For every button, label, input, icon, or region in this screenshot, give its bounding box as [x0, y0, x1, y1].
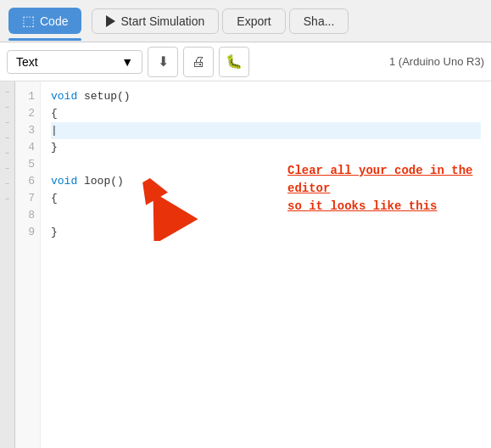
- port-1: ~: [0, 100, 14, 115]
- port-4: ~: [0, 146, 14, 161]
- top-bar: ⬚ Code Start Simulation Export Sha...: [0, 0, 491, 42]
- annotation-text: Clear all your code in the editorso it l…: [287, 162, 474, 216]
- mode-select[interactable]: Text ▼: [7, 50, 142, 74]
- download-icon: ⬇: [158, 53, 169, 70]
- port-strip: ~ ~ ~ ~ ~ ~ ~ ~: [0, 81, 15, 448]
- port-3: ~: [0, 131, 14, 146]
- code-tab[interactable]: ⬚ Code: [8, 8, 81, 34]
- line-num-6: 6: [28, 173, 35, 190]
- print-button[interactable]: 🖨: [183, 47, 214, 77]
- start-simulation-label: Start Simulation: [120, 14, 204, 28]
- start-simulation-button[interactable]: Start Simulation: [92, 8, 219, 34]
- line-num-9: 9: [28, 224, 35, 241]
- line-num-5: 5: [28, 156, 35, 173]
- line-num-2: 2: [28, 105, 35, 122]
- code-line-3: |: [51, 122, 481, 139]
- port-0: ~: [0, 85, 14, 100]
- share-label: Sha...: [304, 14, 335, 28]
- export-label: Export: [237, 14, 271, 28]
- play-icon: [106, 15, 115, 27]
- code-line-4: }: [51, 139, 481, 156]
- line-numbers: 1 2 3 4 5 6 7 8 9: [15, 81, 41, 448]
- port-5: ~: [0, 161, 14, 176]
- chevron-down-icon: ▼: [121, 55, 133, 69]
- bug-icon: 🐛: [226, 53, 243, 70]
- toolbar: Text ▼ ⬇ 🖨 🐛 1 (Arduino Uno R3): [0, 42, 491, 81]
- port-2: ~: [0, 115, 14, 131]
- mode-label: Text: [16, 55, 38, 69]
- print-icon: 🖨: [192, 54, 205, 70]
- export-button[interactable]: Export: [222, 8, 285, 34]
- port-6: ~: [0, 176, 14, 192]
- code-editor[interactable]: void setup() { | } void loop() { } Clear…: [41, 81, 491, 448]
- code-tab-label: Code: [40, 14, 68, 28]
- debug-button[interactable]: 🐛: [219, 47, 249, 77]
- svg-marker-1: [126, 173, 198, 241]
- line-num-3: 3: [28, 122, 35, 139]
- download-button[interactable]: ⬇: [148, 47, 178, 77]
- line-num-4: 4: [28, 139, 35, 156]
- share-button[interactable]: Sha...: [289, 8, 349, 34]
- red-arrow: [126, 173, 227, 241]
- code-line-2: {: [51, 105, 481, 122]
- line-num-7: 7: [28, 190, 35, 207]
- editor-area: ~ ~ ~ ~ ~ ~ ~ ~ 1 2 3 4 5 6 7 8 9 void s…: [0, 81, 491, 448]
- code-icon: ⬚: [22, 13, 35, 29]
- port-7: ~: [0, 192, 14, 207]
- board-label: 1 (Arduino Uno R3): [389, 55, 484, 68]
- line-num-1: 1: [28, 88, 35, 105]
- code-line-1: void setup(): [51, 88, 481, 105]
- code-line-9: }: [51, 224, 481, 241]
- line-num-8: 8: [28, 207, 35, 224]
